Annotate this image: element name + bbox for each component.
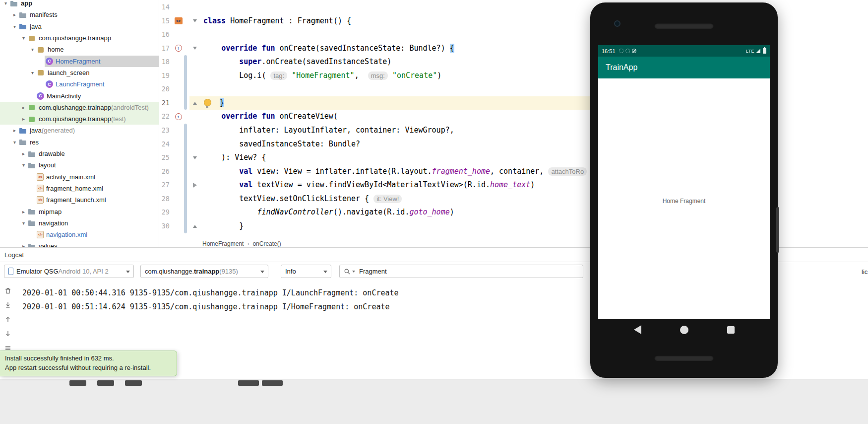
tree-item-res[interactable]: ▾res [0,137,159,148]
override-icon[interactable]: ↑ [175,45,182,52]
code-line-15[interactable]: class HomeFragment : Fragment() { [203,14,590,28]
line-number: 30 [159,219,170,233]
tree-item-mipmap[interactable]: ▸mipmap [0,206,159,217]
code-line-20[interactable] [203,82,590,96]
code-line-24[interactable]: savedInstanceState: Bundle? [203,138,590,151]
code-line-25[interactable]: ): View? { [203,151,590,165]
clear-logcat-button[interactable] [3,286,12,295]
intention-bulb-icon[interactable] [204,99,211,106]
chevron-right-icon[interactable]: ▸ [20,116,27,122]
app-content[interactable]: Home Fragment [598,78,770,319]
code-line-30[interactable]: } [203,219,590,233]
code-line-23[interactable]: inflater: LayoutInflater, container: Vie… [203,124,590,138]
code-line-21[interactable]: } [203,96,590,110]
taskbar-icon [238,380,259,386]
tree-item-fragment-home-xml[interactable]: </>fragment_home.xml [0,183,159,194]
tree-item-app[interactable]: ▾app [0,0,159,9]
tree-item-activity-main-xml[interactable]: </>activity_main.xml [0,171,159,183]
tree-item-com-qiushangge-trainapp-androidtest[interactable]: ▸com.qiushangge.trainapp (androidTest) [0,102,159,113]
chevron-right-icon[interactable]: ▸ [11,12,18,17]
home-fragment-text[interactable]: Home Fragment [598,198,770,205]
fold-up-icon[interactable] [193,102,197,105]
chevron-right-icon[interactable]: ▸ [20,151,27,156]
scroll-to-end-button[interactable] [3,300,12,309]
logcat-search-input[interactable]: Fragment [339,265,583,278]
chevron-down-icon[interactable]: ▾ [2,0,9,6]
tree-item-layout[interactable]: ▾layout [0,159,159,171]
chevron-down-icon[interactable]: ▾ [11,24,18,29]
tree-item-label: com.qiushangge.trainapp [39,104,111,111]
search-history-chevron-icon[interactable] [352,271,355,273]
chevron-down-icon[interactable]: ▾ [11,140,18,145]
fold-play-icon[interactable] [193,183,197,188]
fold-up-icon[interactable] [193,225,197,228]
tree-item-navigation[interactable]: ▾navigation [0,217,159,229]
chevron-down-icon[interactable]: ▾ [20,162,27,168]
code-line-27[interactable]: val textView = view.findViewById<Materia… [203,178,590,192]
code-line-26[interactable]: val view: View = inflater.inflate(R.layo… [203,165,590,179]
tree-item-com-qiushangge-trainapp[interactable]: ▾com.qiushangge.trainapp [0,32,159,44]
chevron-right-icon[interactable]: ▸ [20,105,27,110]
code-line-18[interactable]: super.onCreate(savedInstanceState) [203,55,590,69]
chevron-right-icon[interactable]: ▸ [20,209,27,214]
code-editor[interactable]: 1415<>1617↑1819202122↑2324252627282930 c… [159,0,590,240]
tree-item-homefragment[interactable]: CHomeFragment [0,56,159,67]
logcat-entries: 2020-01-01 00:50:44.316 9135-9135/com.qi… [22,286,399,314]
code-line-28[interactable]: textView.setOnClickListener { it: View! [203,192,590,206]
tree-item-label: res [30,139,39,146]
process-selector[interactable]: com.qiushangge.trainapp (9135) [140,265,268,278]
power-button[interactable] [776,207,779,253]
tree-item-drawable[interactable]: ▸drawable [0,148,159,159]
tree-item-suffix: (androidTest) [111,104,149,111]
code-line-16[interactable] [203,28,590,42]
chevron-right-icon[interactable]: ▸ [11,128,18,133]
breadcrumb-class[interactable]: HomeFragment [202,240,244,247]
line-number: 27 [159,178,170,192]
tree-item-navigation-xml[interactable]: </>navigation.xml [0,229,159,240]
tree-item-fragment-launch-xml[interactable]: </>fragment_launch.xml [0,194,159,206]
tree-item-label: navigation [39,219,68,227]
package-icon [37,69,45,76]
chevron-down-icon[interactable]: ▾ [20,35,27,41]
chevron-down-icon [260,271,264,273]
fold-down-icon[interactable] [193,156,197,159]
tree-item-mainactivity[interactable]: CMainActivity [0,90,159,101]
line-number: 17 [159,42,170,56]
chevron-down-icon[interactable]: ▾ [20,220,27,226]
override-icon[interactable]: ↑ [175,113,182,120]
install-notification[interactable]: Install successfully finished in 632 ms.… [0,351,177,376]
code-line-22[interactable]: override fun onCreateView( [203,110,590,124]
chevron-down-icon[interactable]: ▾ [29,70,36,75]
tree-item-home[interactable]: ▾home [0,44,159,55]
breadcrumb-method[interactable]: onCreate() [252,240,281,247]
chevron-down-icon[interactable]: ▾ [29,47,36,52]
log-level-selector[interactable]: Info [281,265,331,278]
nav-recents-button[interactable] [727,326,735,334]
chevron-right-icon[interactable]: ▸ [20,243,27,247]
fold-down-icon[interactable] [193,19,197,22]
app-title: TrainApp [606,63,637,72]
tree-item-com-qiushangge-trainapp-test[interactable]: ▸com.qiushangge.trainapp (test) [0,113,159,125]
tree-item-launch-screen[interactable]: ▾launch_screen [0,67,159,78]
code-line-19[interactable]: Log.i( tag: "HomeFragment", msg: "onCrea… [203,69,590,83]
tree-item-java[interactable]: ▾java [0,21,159,32]
tree-item-java-generated[interactable]: ▸java (generated) [0,125,159,136]
tree-item-label: values [39,242,58,247]
line-number: 16 [159,28,170,42]
emulator-screen[interactable]: 16:51 LTE TrainApp Home Fragment [598,45,770,319]
move-up-button[interactable] [3,315,12,324]
tree-item-values[interactable]: ▸values [0,240,159,247]
tree-item-label: com.qiushangge.trainapp [39,34,111,42]
code-line-17[interactable]: override fun onCreate(savedInstanceState… [203,42,590,56]
nav-home-button[interactable] [680,326,688,334]
tree-item-manifests[interactable]: ▸manifests [0,9,159,20]
code-line-14[interactable] [203,0,590,14]
device-selector[interactable]: Emulator QSG Android 10, API 2 [4,265,134,278]
kotlin-mark-icon[interactable]: <> [175,17,183,24]
tree-item-label: activity_main.xml [46,173,95,181]
code-line-29[interactable]: findNavController().navigate(R.id.goto_h… [203,206,590,219]
nav-back-button[interactable] [634,325,641,334]
fold-down-icon[interactable] [193,47,197,50]
tree-item-launchfragment[interactable]: CLaunchFragment [0,78,159,90]
move-down-button[interactable] [3,329,12,338]
